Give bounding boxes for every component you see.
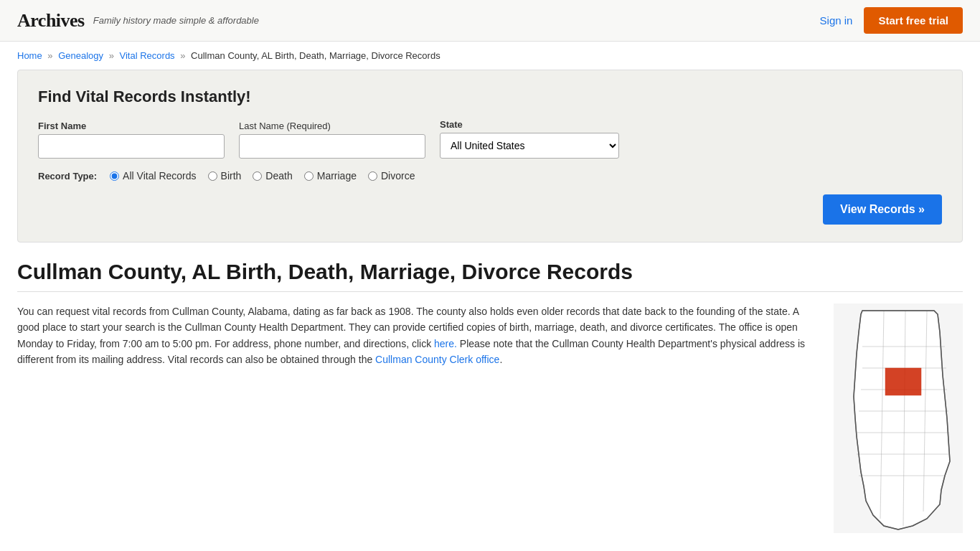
body-text-3: .: [499, 354, 502, 365]
first-name-label: First Name: [38, 121, 225, 131]
state-select[interactable]: All United States: [440, 133, 619, 159]
header-right: Sign in Start free trial: [820, 7, 963, 34]
map-container: [834, 303, 963, 535]
radio-divorce-input[interactable]: [368, 171, 377, 181]
radio-divorce[interactable]: Divorce: [368, 170, 415, 182]
page-title: Cullman County, AL Birth, Death, Marriag…: [17, 260, 963, 292]
breadcrumb-home[interactable]: Home: [17, 50, 42, 61]
radio-marriage-input[interactable]: [304, 171, 314, 181]
search-title: Find Vital Records Instantly!: [38, 88, 942, 106]
radio-birth[interactable]: Birth: [208, 170, 242, 182]
record-type-row: Record Type: All Vital Records Birth Dea…: [38, 170, 942, 182]
breadcrumb-vital-records[interactable]: Vital Records: [120, 50, 175, 61]
breadcrumb-sep2: »: [109, 50, 114, 61]
breadcrumb-current: Cullman County, AL Birth, Death, Marriag…: [191, 50, 440, 61]
breadcrumb-genealogy[interactable]: Genealogy: [58, 50, 103, 61]
search-fields: First Name Last Name (Required) State Al…: [38, 119, 942, 159]
radio-death-input[interactable]: [253, 171, 262, 181]
last-name-input[interactable]: [239, 134, 425, 159]
state-group: State All United States: [440, 119, 619, 159]
radio-marriage-label: Marriage: [317, 170, 357, 182]
radio-marriage[interactable]: Marriage: [304, 170, 357, 182]
record-type-radio-group: All Vital Records Birth Death Marriage D…: [110, 170, 415, 182]
record-type-label: Record Type:: [38, 171, 97, 182]
content-section: You can request vital records from Cullm…: [17, 303, 963, 535]
state-label: State: [440, 119, 619, 130]
svg-rect-11: [885, 368, 921, 395]
here-link[interactable]: here.: [434, 338, 457, 349]
site-tagline: Family history made simple & affordable: [93, 15, 259, 26]
breadcrumb-sep3: »: [180, 50, 185, 61]
radio-death-label: Death: [265, 170, 292, 182]
radio-birth-label: Birth: [221, 170, 242, 182]
radio-birth-input[interactable]: [208, 171, 217, 181]
search-actions: View Records »: [38, 194, 942, 225]
view-records-button[interactable]: View Records »: [823, 194, 942, 225]
site-logo: Archives: [17, 10, 85, 32]
breadcrumb: Home » Genealogy » Vital Records » Cullm…: [0, 42, 980, 70]
site-header: Archives Family history made simple & af…: [0, 0, 980, 42]
clerk-office-link[interactable]: Cullman County Clerk office: [375, 354, 499, 365]
radio-all-vital-label: All Vital Records: [123, 170, 196, 182]
sign-in-link[interactable]: Sign in: [820, 14, 853, 27]
radio-divorce-label: Divorce: [381, 170, 415, 182]
header-left: Archives Family history made simple & af…: [17, 10, 259, 32]
start-trial-button[interactable]: Start free trial: [864, 7, 963, 34]
alabama-map: [834, 303, 963, 533]
content-body-text: You can request vital records from Cullm…: [17, 303, 812, 535]
search-container: Find Vital Records Instantly! First Name…: [17, 70, 963, 242]
first-name-input[interactable]: [38, 134, 225, 159]
breadcrumb-sep1: »: [47, 50, 52, 61]
radio-death[interactable]: Death: [253, 170, 292, 182]
main-content: Cullman County, AL Birth, Death, Marriag…: [0, 260, 980, 551]
radio-all-vital-input[interactable]: [110, 171, 119, 181]
last-name-group: Last Name (Required): [239, 121, 425, 159]
first-name-group: First Name: [38, 121, 225, 159]
radio-all-vital[interactable]: All Vital Records: [110, 170, 196, 182]
last-name-label: Last Name (Required): [239, 121, 425, 131]
